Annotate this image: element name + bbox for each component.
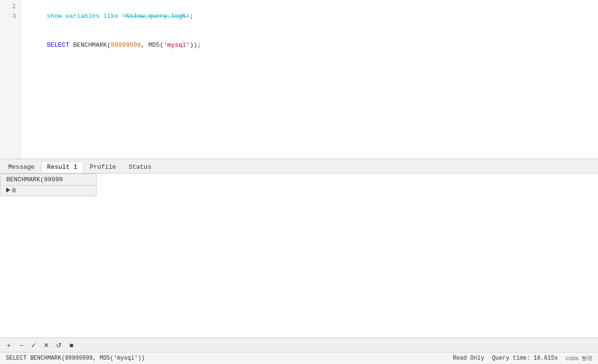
status-bar: SELECT BENCHMARK(99999999, MD5('mysql'))… [0,352,598,364]
code-token: , MD5( [141,41,164,49]
results-area[interactable]: BENCHMARK(99999 0 [0,174,598,337]
line-number-3: 3 [0,12,20,21]
code-line-2: show variables like '%slow_query_log%'; [24,2,594,31]
status-bar-right: Read Only Query time: 16.615s CSDN 整理 [453,355,592,362]
status-bar-left-text: SELECT BENCHMARK(99999999, MD5('mysql')) [6,355,453,362]
stop-button[interactable]: ■ [67,340,76,350]
tab-status[interactable]: Status [123,161,158,173]
result-table: BENCHMARK(99999 0 [0,174,97,196]
tab-message[interactable]: Message [2,161,41,173]
apply-button[interactable]: ✓ [29,340,39,350]
code-token: )); [190,41,201,49]
code-editor: 2 3 show variables like '%slow_query_log… [0,0,598,159]
refresh-button[interactable]: ↺ [54,340,64,350]
add-button[interactable]: + [4,340,14,350]
tab-profile[interactable]: Profile [83,161,123,173]
line-numbers: 2 3 [0,0,20,159]
tab-result1[interactable]: Result 1 [41,161,83,173]
tabs-bar: Message Result 1 Profile Status [0,159,598,174]
query-time-label: Query time: [492,355,530,362]
remove-button[interactable]: − [16,340,26,350]
code-token-select: SELECT [47,41,70,49]
code-token: '%slow_query_log%' [122,13,190,20]
code-token: show variables like [47,13,122,20]
cell-value: 0 [12,187,16,194]
code-token: ; [190,13,194,20]
bottom-toolbar: + − ✓ ✕ ↺ ■ [0,337,598,352]
code-token-string: 'mysql' [164,41,190,49]
query-time-value: 16.615s [534,355,558,362]
code-token: BENCHMARK( [70,41,111,49]
table-cell-value: 0 [0,186,97,196]
table-row: 0 [0,186,97,196]
row-marker-icon [6,188,11,192]
query-time-display: Query time: 16.615s [492,355,558,362]
code-line-3: SELECT BENCHMARK(99999999, MD5('mysql'))… [24,31,594,60]
current-query-text: SELECT BENCHMARK(99999999, MD5('mysql')) [6,355,145,362]
line-number-2: 2 [0,2,20,12]
cancel-button[interactable]: ✕ [42,340,51,350]
code-token-number: 99999999 [111,41,140,49]
read-only-badge: Read Only [453,355,484,362]
csdn-info: CSDN 整理 [566,355,592,362]
column-header-benchmark: BENCHMARK(99999 [0,174,97,186]
code-content[interactable]: show variables like '%slow_query_log%'; … [20,0,598,159]
